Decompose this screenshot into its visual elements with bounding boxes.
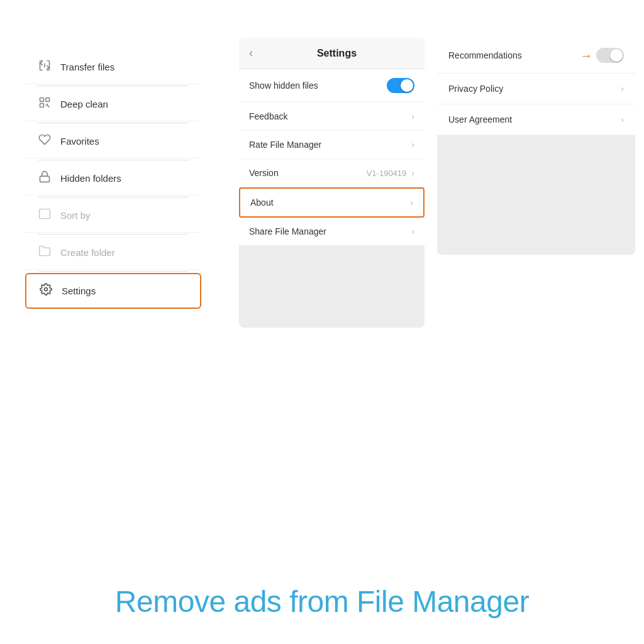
- privacy-policy-row[interactable]: Privacy Policy ›: [437, 74, 635, 104]
- main-title: Remove ads from File Manager: [25, 584, 619, 619]
- svg-point-6: [45, 288, 48, 291]
- settings-panel: ‹ Settings Show hidden files Feedback › …: [239, 38, 425, 328]
- sidebar-item-deep-clean[interactable]: Deep clean: [25, 87, 201, 121]
- show-hidden-files-toggle[interactable]: [387, 78, 414, 93]
- sort-icon: [38, 208, 52, 223]
- share-chevron: ›: [411, 226, 414, 236]
- recommendations-toggle[interactable]: [596, 48, 624, 63]
- divider-4: [38, 197, 189, 197]
- recommendations-label: Recommendations: [448, 50, 522, 60]
- deep-clean-icon: [38, 96, 52, 112]
- sidebar-item-label: Create folder: [60, 247, 115, 258]
- settings-panel-title: Settings: [259, 48, 414, 59]
- arrow-annotation-icon: →: [580, 48, 592, 63]
- version-label: Version: [249, 168, 279, 178]
- feedback-label: Feedback: [249, 111, 287, 121]
- divider-6: [38, 271, 189, 272]
- privacy-policy-label: Privacy Policy: [448, 84, 503, 94]
- back-button[interactable]: ‹: [249, 47, 253, 60]
- sidebar-item-label: Deep clean: [60, 99, 108, 109]
- sidebar-item-label: Settings: [62, 286, 96, 296]
- sidebar-item-label: Sort by: [60, 210, 91, 221]
- settings-gray-area: [239, 246, 425, 328]
- sidebar-item-transfer-files[interactable]: Transfer files: [25, 50, 201, 84]
- version-chevron: ›: [411, 168, 414, 178]
- divider-1: [38, 86, 189, 86]
- panels-area: Transfer files Deep clean: [0, 0, 644, 565]
- sidebar-item-label: Hidden folders: [60, 173, 121, 184]
- feedback-chevron: ›: [411, 111, 414, 121]
- sidebar-item-hidden-folders[interactable]: Hidden folders: [25, 162, 201, 196]
- user-agreement-row[interactable]: User Agreement ›: [437, 104, 635, 135]
- bottom-text-area: Remove ads from File Manager: [0, 565, 644, 644]
- sidebar-item-settings[interactable]: Settings: [25, 273, 201, 309]
- user-agreement-chevron: ›: [621, 114, 624, 125]
- user-agreement-label: User Agreement: [448, 114, 512, 125]
- svg-rect-3: [40, 104, 44, 108]
- show-hidden-files-row[interactable]: Show hidden files: [239, 69, 425, 103]
- svg-rect-2: [46, 98, 50, 102]
- show-hidden-files-label: Show hidden files: [249, 80, 318, 91]
- sidebar-item-favorites[interactable]: Favorites: [25, 125, 201, 158]
- about-label: About: [250, 197, 274, 208]
- rate-file-manager-label: Rate File Manager: [249, 140, 321, 150]
- settings-panel-header: ‹ Settings: [239, 38, 425, 69]
- divider-3: [38, 160, 189, 160]
- about-chevron: ›: [410, 197, 413, 208]
- create-folder-icon: [38, 245, 52, 260]
- sidebar-item-sort-by[interactable]: Sort by: [25, 199, 201, 233]
- svg-rect-5: [40, 209, 50, 219]
- version-row[interactable]: Version V1-190419 ›: [239, 159, 425, 187]
- settings-icon: [39, 283, 53, 299]
- version-value: V1-190419: [367, 169, 407, 178]
- about-panel: Recommendations → Privacy Policy › User …: [437, 38, 635, 255]
- svg-rect-4: [40, 176, 50, 182]
- sidebar: Transfer files Deep clean: [25, 38, 201, 321]
- feedback-row[interactable]: Feedback ›: [239, 103, 425, 131]
- about-row[interactable]: About ›: [239, 187, 425, 218]
- recommendations-row[interactable]: Recommendations →: [437, 38, 635, 74]
- privacy-policy-chevron: ›: [621, 84, 624, 94]
- main-container: Transfer files Deep clean: [0, 0, 644, 644]
- share-file-manager-label: Share File Manager: [249, 226, 326, 236]
- transfer-icon: [38, 59, 52, 75]
- share-file-manager-row[interactable]: Share File Manager ›: [239, 218, 425, 246]
- sidebar-item-label: Favorites: [60, 136, 99, 147]
- svg-rect-1: [40, 98, 44, 102]
- rate-file-manager-row[interactable]: Rate File Manager ›: [239, 131, 425, 159]
- favorites-icon: [38, 133, 52, 149]
- divider-5: [38, 234, 189, 235]
- rate-chevron: ›: [411, 140, 414, 150]
- divider-2: [38, 123, 189, 123]
- about-gray-area: [437, 135, 635, 255]
- recommendations-toggle-area: →: [580, 48, 624, 63]
- sidebar-item-create-folder[interactable]: Create folder: [25, 236, 201, 270]
- hidden-folders-icon: [38, 170, 52, 186]
- sidebar-item-label: Transfer files: [60, 62, 114, 72]
